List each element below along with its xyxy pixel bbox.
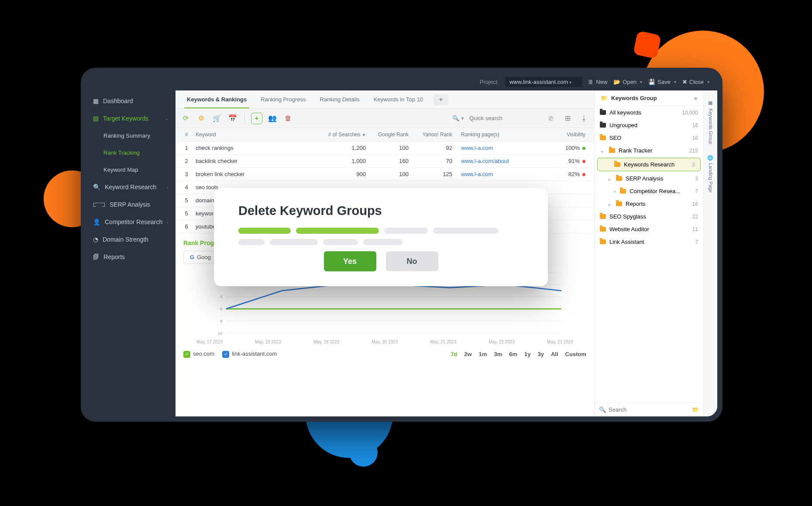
sidebar-item-dashboard[interactable]: ▦Dashboard [86,92,175,110]
vertical-tabs: ▦ Keywords Group 🌐 Landing Page [703,90,717,416]
label: SERP Analysis [110,201,150,208]
sidebar-item-serp-analysis[interactable]: ⫍⫎SERP Analysis [86,196,175,213]
col-yahoo[interactable]: Yahoo! Rank [409,132,452,138]
search-dropdown[interactable]: 🔍 ▾ [452,115,464,121]
sidebar-item-target-keywords[interactable]: ▧Target Keywords⌄ [86,110,175,127]
settings-icon[interactable]: ⚙ [196,113,207,124]
sidebar-item-domain-strength[interactable]: ◔Domain Strength [86,231,175,248]
refresh-icon[interactable]: ⟳ [180,113,191,124]
folder-add-icon[interactable]: 📁 [692,406,699,413]
range-2w[interactable]: 2w [464,351,471,357]
table-row[interactable]: 3 broken link checker 900 100 125 www.l-… [175,168,594,181]
vtab-keywords-group[interactable]: ▦ Keywords Group [708,95,713,149]
group-item[interactable]: SEO16 [595,132,703,144]
cell-searches: 1,200 [300,145,369,151]
sidebar-item-rank-tracking[interactable]: Rank Tracking [86,144,175,161]
x-tick: May, 19 2023 [313,340,340,344]
save-button[interactable]: 💾Save [648,79,676,85]
sidebar-item-competitor-research[interactable]: 👤Competitor Research› [86,213,175,231]
close-button[interactable]: ✖Close [682,79,709,85]
range-1y[interactable]: 1y [524,351,530,357]
add-keyword-button[interactable]: + [251,113,262,124]
group-item[interactable]: ›Competitor Resea...7 [595,185,703,198]
group-item[interactable]: Website Auditor11 [595,223,703,236]
group-item[interactable]: ⌄Rank Tracker215 [595,144,703,157]
range-6m[interactable]: 6m [509,351,517,357]
sidebar-item-keyword-map[interactable]: Keyword Map [86,161,175,178]
grid-icon[interactable]: ⊞ [562,113,573,124]
chevron-icon: ⌄ [600,147,605,154]
right-panel: 📁 Keywords Group » All keywords10,000Ung… [594,90,703,416]
group-item[interactable]: ⌄Reports16 [595,198,703,210]
col-keyword[interactable]: Keyword [193,132,300,138]
sidebar-item-ranking-summary[interactable]: Ranking Summary [86,127,175,144]
project-select[interactable]: www.link-assistant.com [505,77,582,87]
range-3y[interactable]: 3y [538,351,544,357]
modal-buttons: Yes No [238,251,523,271]
tab-ranking-details[interactable]: Ranking Details [313,90,367,108]
count: 3 [692,162,695,168]
group-item[interactable]: All keywords10,000 [595,106,703,119]
status-dot [582,160,585,163]
rp-search-input[interactable] [609,406,689,413]
tab-keywords-rankings[interactable]: Keywords & Rankings [180,90,254,108]
svg-text:4: 4 [220,294,223,299]
group-item[interactable]: Keywords Research3 [597,158,701,171]
cell-visibility: 91% [546,158,590,164]
sidebar-item-reports[interactable]: 🗐Reports [86,248,175,266]
rp-list: All keywords10,000Ungrouped16SEO16⌄Rank … [595,106,703,402]
range-7d[interactable]: 7d [451,351,457,357]
x-tick: May, 21 2023 [430,340,456,344]
yes-button[interactable]: Yes [324,251,376,271]
tab-keywords-top10[interactable]: Keywords in Top 10 [367,90,430,108]
search-wrap: 🔍 ▾ [452,113,537,123]
tab-ranking-progress[interactable]: Ranking Progress [254,90,313,108]
table-row[interactable]: 2 backlink checker 1,000 160 70 www.l-a.… [175,155,594,168]
group-item[interactable]: Ungrouped16 [595,119,703,132]
legend-linkassistant[interactable]: ✓link-assistant.com [222,350,277,358]
range-all[interactable]: All [551,351,558,357]
modal-title: Delete Keyword Groups [238,204,523,218]
group-item[interactable]: ⌄SERP Analysis3 [595,172,703,185]
project-label: Project: [480,79,499,85]
users-icon[interactable]: 👥 [267,113,278,124]
table-row[interactable]: 1 check rankings 1,200 100 92 www.l-a.co… [175,142,594,155]
vtab-landing-page[interactable]: 🌐 Landing Page [708,149,713,198]
range-custom[interactable]: Custom [565,351,586,357]
page-link[interactable]: www.l-a.com/about [461,158,509,164]
chart-filter-google[interactable]: GGoog [183,251,217,263]
range-3m[interactable]: 3m [494,351,502,357]
chevron-down-icon: ⌄ [165,116,169,121]
page-link[interactable]: www.l-a.com [461,171,493,177]
rp-search: 🔍 📁 [595,402,703,416]
cart-icon[interactable]: 🛒 [211,113,223,124]
x-tick: May, 23 2023 [547,340,573,344]
label: Keyword Research [105,184,156,191]
delete-icon[interactable]: 🗑 [282,113,294,124]
calendar-icon[interactable]: 📅 [227,113,238,124]
col-visibility[interactable]: Visibility [546,132,590,138]
label: Domain Strength [103,236,148,243]
col-num[interactable]: # [180,132,193,138]
new-button[interactable]: 🗎New [588,79,607,85]
sidebar-item-keyword-research[interactable]: 🔍Keyword Research› [86,178,175,196]
search-input[interactable] [467,113,537,123]
group-item[interactable]: Link Assistant7 [595,236,703,248]
open-button[interactable]: 📂Open [613,79,642,85]
chart-icon: ▧ [93,115,99,122]
tab-add[interactable]: + [434,94,448,105]
col-searches[interactable]: # of Searches ▼ [300,132,369,138]
filter-icon[interactable]: ⎚ [545,113,557,124]
col-google[interactable]: Google Rank [369,132,409,138]
legend-seo[interactable]: ✓seo.com [183,350,214,358]
collapse-button[interactable]: » [694,95,697,101]
range-1m[interactable]: 1m [479,351,487,357]
dashboard-icon: ▦ [93,97,99,104]
no-button[interactable]: No [386,251,438,271]
cell-num: 5 [180,210,193,217]
group-item[interactable]: SEO Spyglass22 [595,210,703,223]
svg-text:6: 6 [220,306,222,311]
page-link[interactable]: www.l-a.com [461,145,493,151]
export-icon[interactable]: ⭳ [578,113,590,124]
col-page[interactable]: Ranking page(s) [452,132,546,138]
